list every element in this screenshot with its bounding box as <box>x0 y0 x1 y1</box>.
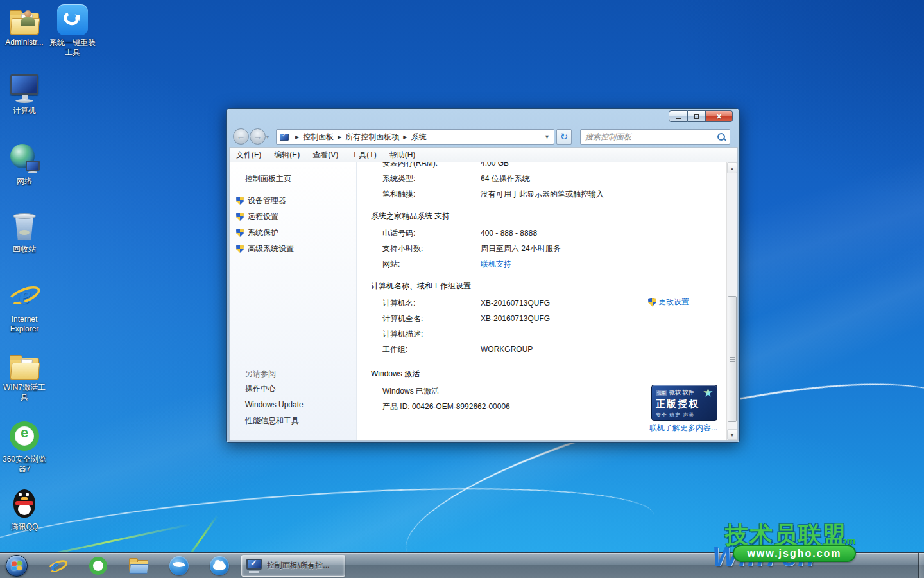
icon-label: WIN7激活工具 <box>0 383 49 402</box>
computer-row-description: 计算机描述: <box>357 326 726 342</box>
menu-view[interactable]: 查看(V) <box>306 150 345 161</box>
icon-label: 计算机 <box>0 106 49 116</box>
uac-shield-icon <box>648 298 656 307</box>
change-settings-link[interactable]: 更改设置 <box>648 297 689 308</box>
blue-cloud-browser-icon <box>209 555 230 577</box>
address-dropdown-icon[interactable]: ▼ <box>544 134 550 140</box>
windows-logo-icon <box>6 555 28 577</box>
sidebar: 控制面板主页 设备管理器 远程设置 系统保护 高级系统设置 <box>230 162 357 440</box>
search-input[interactable] <box>581 132 716 141</box>
sidebar-item-advanced-settings[interactable]: 高级系统设置 <box>236 241 294 257</box>
uac-shield-icon <box>236 229 244 237</box>
uac-shield-icon <box>236 245 244 253</box>
see-also-header: 另请参阅 <box>245 367 348 381</box>
desktop-icon-recycle-bin[interactable]: 回收站 <box>0 211 49 254</box>
breadcrumb-all-items[interactable]: 所有控制面板项 <box>345 132 399 143</box>
section-header-support: 系统之家精品系统 支持 <box>371 209 720 222</box>
internet-explorer-icon: e <box>47 555 69 577</box>
online-support-link[interactable]: 联机支持 <box>481 259 511 270</box>
search-box[interactable] <box>580 129 730 144</box>
taskbar-windows-explorer[interactable] <box>122 553 155 578</box>
blue-swift-browser-icon <box>168 555 190 577</box>
scrollbar[interactable]: ▲ ▼ <box>726 162 737 440</box>
computer-row-full-name: 计算机全名: XB-20160713QUFG <box>357 311 726 326</box>
taskbar: e 控制面板\所有控... <box>0 552 924 578</box>
minimize-button[interactable] <box>669 110 688 122</box>
taskbar-internet-explorer[interactable]: e <box>41 553 74 578</box>
sidebar-item-label: 系统保护 <box>248 227 278 238</box>
refresh-button[interactable]: ↻ <box>556 129 572 144</box>
desktop-icon-network[interactable]: 网络 <box>0 143 49 186</box>
forward-button[interactable]: → <box>250 128 266 144</box>
network-globe-icon <box>8 143 41 175</box>
360-browser-icon: e <box>8 421 41 453</box>
desktop-icon-360-browser[interactable]: e 360安全浏览器7 <box>0 421 49 474</box>
breadcrumb-arrow-icon: ▶ <box>295 134 299 140</box>
icon-label: 网络 <box>0 177 49 186</box>
folder-icon <box>8 349 41 381</box>
sidebar-item-label: 高级系统设置 <box>248 243 294 254</box>
sidebar-item-remote-settings[interactable]: 远程设置 <box>236 209 294 225</box>
sidebar-item-windows-update[interactable]: Windows Update <box>245 397 348 413</box>
sidebar-item-performance-tools[interactable]: 性能信息和工具 <box>245 413 348 429</box>
menu-tools[interactable]: 工具(T) <box>345 150 382 161</box>
desktop-icon-computer[interactable]: 计算机 <box>0 72 49 116</box>
uac-shield-icon <box>236 197 244 205</box>
sparkle-star-icon <box>703 388 713 398</box>
scroll-up-icon[interactable]: ▲ <box>727 162 737 173</box>
system-info-panel: 安装内存(RAM): 4.00 GB 系统类型: 64 位操作系统 笔和触摸: … <box>357 162 726 440</box>
genuine-microsoft-badge[interactable]: 使用 微软 软件 正版授权 安全 稳定 声誉 <box>651 385 717 421</box>
sidebar-item-label: 远程设置 <box>248 211 278 222</box>
folder-user-icon <box>8 4 41 36</box>
desktop-icon-tencent-qq[interactable]: 腾讯QQ <box>0 488 49 532</box>
control-panel-window-icon <box>246 559 263 573</box>
close-button[interactable]: × <box>706 110 733 122</box>
sidebar-item-system-protection[interactable]: 系统保护 <box>236 225 294 241</box>
computer-row-workgroup: 工作组: WORKGROUP <box>357 342 726 357</box>
menu-bar: 文件(F) 编辑(E) 查看(V) 工具(T) 帮助(H) <box>229 147 738 162</box>
start-button[interactable] <box>0 553 33 578</box>
back-button[interactable]: ← <box>233 128 249 144</box>
address-bar[interactable]: ▶ 控制面板 ▶ 所有控制面板项 ▶ 系统 ▼ <box>276 129 554 144</box>
section-header-windows-activation: Windows 激活 <box>371 367 720 380</box>
desktop-icon-win7-activator[interactable]: WIN7激活工具 <box>0 349 49 402</box>
menu-file[interactable]: 文件(F) <box>230 150 268 161</box>
menu-edit[interactable]: 编辑(E) <box>268 150 306 161</box>
icon-label: Administr... <box>0 38 49 48</box>
folder-icon <box>128 555 150 577</box>
taskbar-qq-browser[interactable] <box>203 553 236 578</box>
computer-icon <box>8 72 41 104</box>
menu-help[interactable]: 帮助(H) <box>383 150 422 161</box>
support-row-hours: 支持小时数: 周日至周六 24小时服务 <box>357 241 726 256</box>
sidebar-item-label: 设备管理器 <box>248 195 286 206</box>
recycle-bin-icon <box>8 211 41 243</box>
sidebar-item-control-panel-home[interactable]: 控制面板主页 <box>245 171 291 186</box>
show-desktop-button[interactable] <box>918 553 924 578</box>
spec-row-installed-memory: 安装内存(RAM): 4.00 GB <box>357 162 726 171</box>
taskbar-360-browser[interactable] <box>81 553 115 578</box>
system-window: × ← → ▾ ▶ 控制面板 ▶ 所有控制面板项 ▶ 系统 ▼ ↻ 文件(F) … <box>226 108 740 443</box>
search-icon[interactable] <box>716 132 726 142</box>
reinstall-tool-icon <box>56 4 89 36</box>
maximize-button[interactable] <box>688 110 706 122</box>
desktop-icon-administrator[interactable]: Administr... <box>0 4 49 48</box>
taskbar-browser-swift[interactable] <box>162 553 196 578</box>
scroll-down-icon[interactable]: ▼ <box>727 429 737 440</box>
sidebar-item-action-center[interactable]: 操作中心 <box>245 381 348 397</box>
icon-label: 腾讯QQ <box>0 522 49 532</box>
scrollbar-thumb[interactable] <box>728 296 737 422</box>
qq-penguin-icon <box>8 488 41 520</box>
taskbar-active-window-button[interactable]: 控制面板\所有控... <box>241 555 345 577</box>
recent-pages-dropdown-icon[interactable]: ▾ <box>266 134 269 140</box>
breadcrumb-control-panel[interactable]: 控制面板 <box>303 132 334 143</box>
desktop-icon-reinstall-tool[interactable]: 系统一键重装工具 <box>49 4 96 57</box>
support-row-website: 网站: 联机支持 <box>357 256 726 272</box>
desktop-icon-internet-explorer[interactable]: e Internet Explorer <box>0 281 49 334</box>
icon-label: 360安全浏览器7 <box>0 455 49 474</box>
learn-more-online-link[interactable]: 联机了解更多内容... <box>649 423 717 434</box>
sidebar-item-device-manager[interactable]: 设备管理器 <box>236 193 294 209</box>
spec-row-system-type: 系统类型: 64 位操作系统 <box>357 171 726 186</box>
breadcrumb-system[interactable]: 系统 <box>411 132 426 143</box>
uac-shield-icon <box>236 213 244 221</box>
icon-label: 回收站 <box>0 245 49 254</box>
